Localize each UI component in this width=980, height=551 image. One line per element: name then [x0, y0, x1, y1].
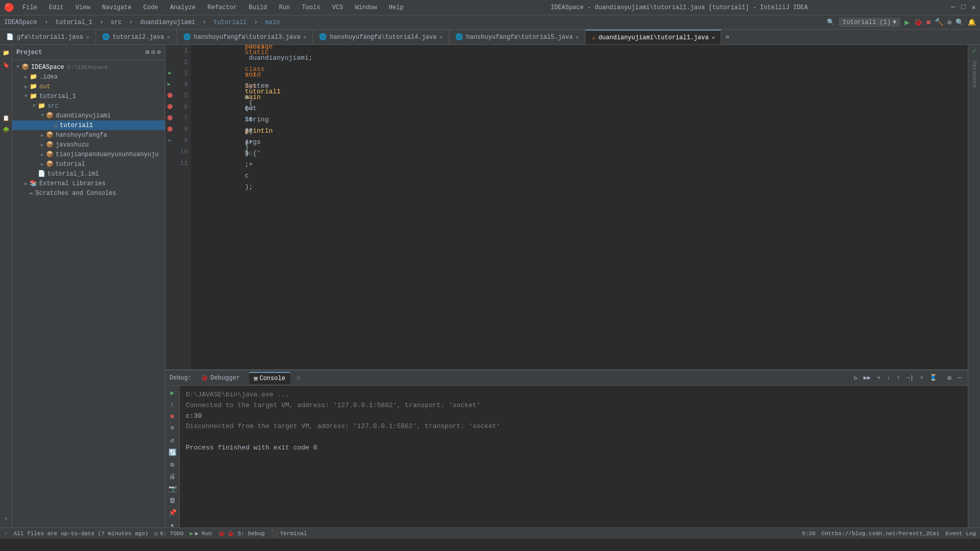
pin-icon[interactable]: 📌 [167, 508, 178, 518]
tab-tutorial4[interactable]: 🌐 hanshuyufangfa\tutorial4.java ✕ [313, 30, 449, 44]
settings-icon[interactable]: ⚙ [947, 18, 951, 27]
project-tool-button[interactable]: 📁 [1, 47, 12, 58]
debug-status-button[interactable]: 🐞 🐞 5: Debug [218, 530, 264, 537]
tab-close-icon[interactable]: ✕ [167, 34, 170, 40]
breakpoint-5[interactable] [166, 92, 174, 99]
run-config-selector[interactable]: tutorial1 (1) ▼ [839, 18, 900, 27]
debug-button[interactable]: 🐞 [914, 18, 922, 27]
minimize-button[interactable]: ─ [951, 3, 955, 12]
tree-item-scratches[interactable]: ✏ Scratches and Consoles [12, 188, 165, 198]
run-gutter-9[interactable]: ▶ [166, 137, 174, 144]
menu-file[interactable]: File [18, 3, 41, 12]
tab-list-icon[interactable]: ≡ [297, 374, 300, 382]
menu-vcs[interactable]: VCS [328, 3, 348, 12]
breakpoint-6[interactable] [166, 103, 174, 110]
tree-item-tutorial1-file[interactable]: ☕ tutorial1 [12, 120, 165, 130]
tab-tutorial5[interactable]: 🌐 hanshuyufangfa\tutorial5.java ✕ [449, 30, 585, 44]
tree-item-hanshuyufangfa[interactable]: ▶ 📦 hanshuyufangfa [12, 130, 165, 140]
tab-duandianyujiami-tutorial1[interactable]: ☕ duandianyujiami\tutorial1.java ✕ [585, 30, 721, 44]
menu-edit[interactable]: Edit [45, 3, 68, 12]
threads-icon[interactable]: 🧵 [927, 373, 939, 383]
tree-item-external-libs[interactable]: ▶ 📚 External Libraries [12, 179, 165, 188]
maximize-button[interactable]: □ [961, 3, 965, 12]
todo-button[interactable]: ☑ 6: TODO [155, 530, 184, 537]
right-database-icon[interactable]: Database [971, 61, 977, 88]
search-icon[interactable]: 🔍 [955, 18, 964, 27]
tree-item-tutorial1[interactable]: ▼ 📁 tutorial_1 [12, 91, 165, 101]
notifications-icon[interactable]: 🔔 [968, 18, 976, 27]
step-into-icon[interactable]: ↓ [885, 373, 892, 383]
tree-item-src[interactable]: ▼ 📁 src [12, 101, 165, 111]
delete-icon[interactable]: 🗑 [168, 496, 177, 506]
build-button[interactable]: 🔨 [935, 18, 943, 27]
resume-icon[interactable]: ▶▶ [862, 373, 873, 383]
breakpoint-8[interactable] [166, 126, 174, 133]
tab-close-icon[interactable]: ✕ [303, 34, 306, 40]
bookmarks-tool-button[interactable]: 🔖 [1, 59, 12, 70]
run-gutter-3[interactable]: ▶ [166, 69, 174, 77]
restore-icon[interactable]: ↺ [169, 435, 176, 445]
structure-tool-button[interactable]: 📋 [1, 112, 12, 123]
hierarchy-tool-button[interactable]: 🌳 [1, 124, 12, 136]
settings-debug-icon[interactable]: ⚙ [945, 373, 953, 383]
menu-analyze[interactable]: Analyze [166, 3, 200, 12]
menu-run[interactable]: Run [275, 3, 295, 12]
code-content[interactable]: package duandianyujiami; public class tu… [191, 45, 968, 369]
tree-item-tutorial[interactable]: ▶ 📦 tutorial [12, 159, 165, 169]
tree-item-tiaojian[interactable]: ▶ 📦 tiaojianpanduanyuxunhuanyuju [12, 149, 165, 159]
menu-navigate[interactable]: Navigate [98, 3, 136, 12]
rerun-icon[interactable]: ↻ [851, 373, 859, 383]
event-log-button[interactable]: Event Log [946, 531, 976, 537]
tab-close-icon[interactable]: ✕ [439, 34, 443, 40]
run-status-button[interactable]: ▶ ▶ Run [190, 530, 212, 537]
tree-item-ideaspace[interactable]: ▼ 📦 IDEASpace D:\IDEASpace [12, 62, 165, 72]
tab-tutorial2[interactable]: 🌐 tutorial2.java ✕ [96, 30, 177, 44]
run-button[interactable]: ▶ [904, 17, 910, 28]
tab-close-icon[interactable]: ✕ [712, 35, 715, 41]
breakpoint-7[interactable] [166, 114, 174, 121]
tree-item-out[interactable]: ▶ 📁 out [12, 82, 165, 91]
close-debug-panel-icon[interactable]: ─ [955, 373, 964, 383]
menu-window[interactable]: Window [351, 3, 381, 12]
favorites-tool-button[interactable]: ★ [1, 512, 12, 523]
expand-all-icon[interactable]: ⊞ [145, 48, 149, 56]
tab-close-icon[interactable]: ✕ [86, 34, 89, 40]
tab-tutorial3[interactable]: 🌐 hanshuyufangfa\tutorial3.java ✕ [177, 30, 313, 44]
print-icon[interactable]: 🖨 [168, 472, 177, 482]
collapse-all-icon[interactable]: ⊟ [152, 48, 155, 56]
show-frames-icon[interactable]: ≡ [169, 423, 176, 433]
run-gutter-4[interactable]: ▶ [165, 81, 173, 88]
tree-item-duandianyujiami[interactable]: ▼ 📦 duandianyujiami [12, 111, 165, 120]
search-everywhere-icon[interactable]: 🔍 [827, 18, 835, 26]
menu-code[interactable]: Code [139, 3, 162, 12]
step-up-icon[interactable]: ↑ [169, 400, 176, 410]
evaluate-icon[interactable]: ⚡ [918, 373, 925, 383]
settings-gear-icon[interactable]: ⚙ [157, 48, 161, 56]
tree-item-idea[interactable]: ▶ 📁 .idea [12, 72, 165, 82]
tree-item-javashuzu[interactable]: ▶ 📦 javashuzu [12, 140, 165, 149]
step-over-icon[interactable]: ↷ [875, 373, 883, 383]
menu-view[interactable]: View [71, 3, 94, 12]
tab-gfa-tutorial1[interactable]: 📄 gfa\tutorial1.java ✕ [0, 30, 96, 44]
menu-tools[interactable]: Tools [298, 3, 324, 12]
run-to-cursor-icon[interactable]: →| [904, 373, 916, 383]
settings-icon2[interactable]: ⚙ [169, 460, 176, 470]
bookmark-debug-icon[interactable]: ★ [169, 520, 176, 528]
debug-tab-debugger[interactable]: 🐞 Debugger [195, 372, 245, 384]
tabs-overflow-icon[interactable]: » [721, 33, 733, 41]
dump-threads-icon[interactable]: 🔃 [167, 447, 178, 458]
menu-help[interactable]: Help [385, 3, 408, 12]
stop-button[interactable]: ■ [926, 18, 930, 27]
menu-build[interactable]: Build [244, 3, 271, 12]
close-button[interactable]: ✕ [972, 3, 976, 12]
tree-item-tutorial1-iml[interactable]: 📄 tutorial_1.iml [12, 169, 165, 179]
screenshot-icon[interactable]: 📷 [167, 484, 178, 494]
terminal-button[interactable]: ⬛ Terminal [271, 530, 307, 537]
stop-debug-icon[interactable]: ■ [169, 412, 176, 421]
code-editor[interactable]: 1 2 ▶ 3 ▶ 4 [165, 45, 968, 369]
step-out-icon[interactable]: ↑ [895, 373, 902, 383]
branch-info[interactable]: CHttbs://blog.csdn.net/Forestt_2Cai [822, 531, 940, 537]
run-config-dropdown-icon[interactable]: ▼ [893, 19, 896, 26]
resume-debug-icon[interactable]: ▶ [169, 388, 176, 398]
tab-close-icon[interactable]: ✕ [576, 34, 579, 40]
